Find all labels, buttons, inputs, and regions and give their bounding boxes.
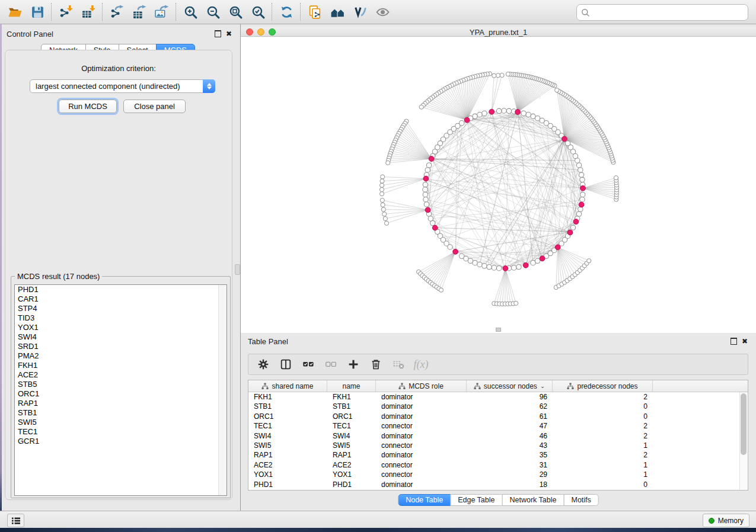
network-node[interactable] (516, 264, 521, 269)
network-node[interactable] (579, 172, 583, 177)
mcds-list-scrollbar[interactable] (218, 285, 227, 495)
run-mcds-button[interactable]: Run MCDS (59, 100, 117, 113)
export-network-button[interactable] (106, 2, 128, 21)
table-row[interactable]: ACE2ACE2connector311 (248, 460, 739, 470)
network-leaf-node[interactable] (386, 161, 390, 165)
mcds-hub-node[interactable] (580, 185, 586, 191)
criterion-dropdown[interactable]: largest connected component (undirected) (30, 79, 215, 93)
network-node[interactable] (502, 108, 506, 113)
mcds-result-item[interactable]: CAR1 (15, 294, 227, 304)
network-leaf-node[interactable] (587, 259, 591, 263)
mcds-result-item[interactable]: STB1 (15, 408, 227, 418)
network-node[interactable] (423, 182, 428, 187)
tab-node-table[interactable]: Node Table (398, 494, 451, 506)
network-node[interactable] (448, 245, 452, 249)
network-splitter-handle[interactable] (496, 328, 501, 332)
network-node[interactable] (424, 202, 429, 207)
network-leaf-node[interactable] (506, 72, 510, 76)
mcds-hub-node[interactable] (429, 156, 434, 162)
mcds-hub-node[interactable] (503, 266, 508, 271)
control-panel-float-button[interactable] (213, 30, 222, 38)
table-row[interactable]: YOX1YOX1connector291 (248, 470, 739, 480)
tab-edge-table[interactable]: Edge Table (450, 494, 502, 506)
import-table-button[interactable] (77, 2, 100, 21)
network-leaf-node[interactable] (492, 73, 496, 78)
add-button[interactable] (342, 355, 365, 373)
mcds-hub-node[interactable] (453, 249, 458, 254)
zoom-selected-button[interactable] (247, 2, 269, 21)
mcds-result-item[interactable]: ACE2 (15, 370, 227, 380)
mcds-hub-node[interactable] (579, 202, 584, 207)
network-leaf-node[interactable] (384, 221, 388, 225)
table-panel-close-button[interactable]: ✖ (741, 337, 749, 345)
network-node[interactable] (492, 265, 496, 270)
network-leaf-node[interactable] (514, 301, 518, 305)
network-node[interactable] (535, 258, 540, 263)
mcds-hub-node[interactable] (555, 245, 560, 250)
mcds-result-item[interactable]: STP4 (15, 304, 227, 313)
column-header-successor-nodes[interactable]: successor nodes⌄ (467, 380, 553, 392)
mcds-result-item[interactable]: TEC1 (15, 427, 227, 437)
delete-button[interactable] (365, 355, 387, 373)
task-history-button[interactable] (7, 514, 24, 527)
mcds-hub-node[interactable] (573, 219, 579, 225)
network-document-button[interactable] (304, 2, 326, 21)
network-node[interactable] (487, 264, 492, 269)
search-input[interactable] (590, 8, 748, 17)
network-node[interactable] (482, 264, 487, 268)
close-panel-button[interactable]: Close panel (123, 100, 186, 113)
network-leaf-node[interactable] (496, 73, 500, 78)
table-scrollbar-track[interactable] (739, 392, 748, 490)
control-panel-close-button[interactable]: ✖ (225, 30, 233, 38)
network-node[interactable] (580, 192, 585, 197)
mcds-hub-node[interactable] (423, 176, 429, 181)
network-leaf-node[interactable] (439, 288, 443, 292)
network-node[interactable] (521, 111, 526, 116)
mcds-hub-node[interactable] (523, 262, 528, 268)
zoom-in-button[interactable] (179, 2, 202, 21)
mcds-result-item[interactable]: SRD1 (15, 342, 227, 351)
mcds-result-item[interactable]: TID3 (15, 313, 227, 323)
mcds-hub-node[interactable] (562, 136, 567, 142)
memory-button[interactable]: Memory (703, 514, 749, 527)
network-node[interactable] (506, 108, 511, 113)
network-node[interactable] (496, 266, 501, 271)
mcds-result-item[interactable]: SWI4 (15, 332, 227, 342)
table-row[interactable]: TEC1TEC1connector472 (248, 421, 739, 431)
network-node[interactable] (423, 197, 428, 202)
mcds-result-item[interactable]: FKH1 (15, 361, 227, 370)
save-button[interactable] (26, 2, 49, 21)
table-row[interactable]: RAP1RAP1dominator352 (248, 450, 739, 460)
network-node[interactable] (576, 211, 581, 216)
table-scrollbar-thumb[interactable] (741, 393, 747, 455)
deselect-all-button[interactable] (320, 355, 342, 373)
import-network-button[interactable] (55, 2, 77, 21)
network-leaf-node[interactable] (381, 175, 385, 179)
network-node[interactable] (496, 108, 501, 113)
network-leaf-node[interactable] (419, 105, 423, 109)
network-node[interactable] (576, 163, 581, 168)
select-all-button[interactable] (297, 355, 320, 373)
network-leaf-node[interactable] (500, 73, 504, 77)
mcds-result-item[interactable]: ORC1 (15, 389, 227, 399)
mcds-result-item[interactable]: RAP1 (15, 399, 227, 408)
panel-splitter[interactable] (234, 24, 241, 511)
network-leaf-node[interactable] (614, 176, 618, 180)
table-row[interactable]: ORC1ORC1dominator610 (248, 412, 739, 422)
mcds-result-item[interactable]: GCR1 (15, 437, 227, 446)
mcds-hub-node[interactable] (489, 109, 495, 114)
table-row[interactable]: SWI4SWI4dominator462 (248, 431, 739, 441)
mcds-result-item[interactable]: STB5 (15, 380, 227, 389)
network-node[interactable] (580, 177, 585, 182)
refresh-button[interactable] (275, 2, 298, 21)
network-node[interactable] (565, 141, 570, 146)
network-leaf-node[interactable] (380, 179, 384, 183)
network-node[interactable] (473, 261, 477, 265)
open-folder-button[interactable] (4, 2, 26, 21)
network-node[interactable] (526, 112, 531, 117)
mcds-hub-node[interactable] (515, 110, 521, 115)
table-row[interactable]: PHD1PHD1dominator180 (248, 480, 739, 490)
column-header-MCDS-role[interactable]: MCDS role (376, 380, 467, 392)
column-header-name[interactable]: name (327, 380, 376, 392)
table-row[interactable]: STB1STB1dominator620 (248, 402, 739, 412)
